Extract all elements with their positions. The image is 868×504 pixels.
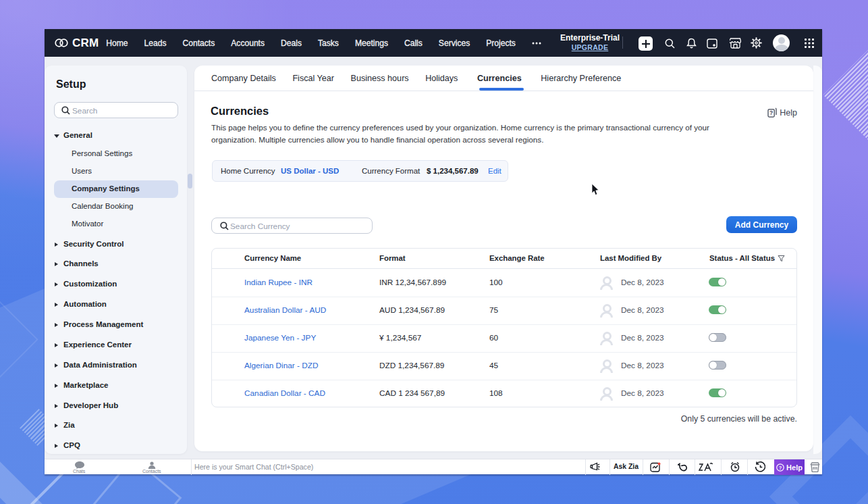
svg-text:?: ? [769,109,773,116]
svg-text:?: ? [779,464,782,470]
